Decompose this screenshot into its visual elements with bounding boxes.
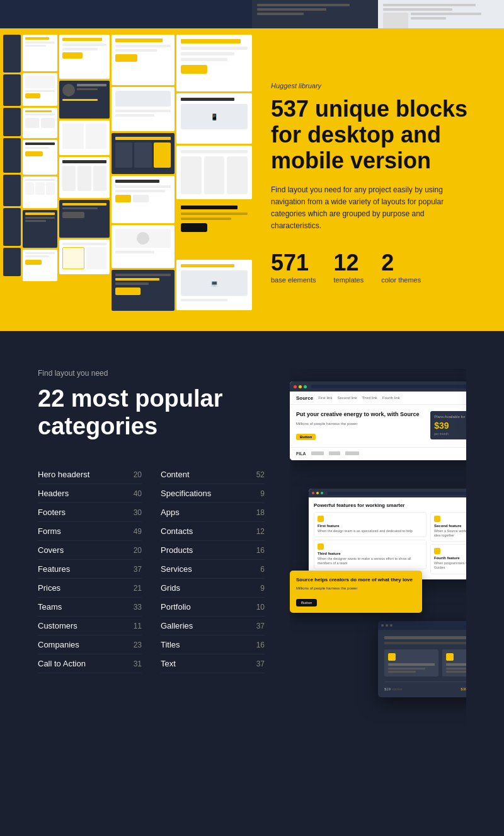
mock-bar bbox=[62, 44, 106, 46]
mock-text bbox=[77, 84, 106, 96]
mock-block bbox=[86, 124, 107, 149]
cat-forms[interactable]: Forms 49 bbox=[38, 522, 142, 541]
cat-portfolio[interactable]: Portfolio 10 bbox=[161, 598, 265, 617]
mock-block bbox=[93, 166, 106, 191]
dark-feat-card bbox=[384, 649, 438, 676]
mockup-strip: 📱 💻 bbox=[0, 28, 258, 331]
mock-bar bbox=[77, 88, 98, 90]
mock-block bbox=[227, 156, 248, 194]
cat-companies[interactable]: Companies 23 bbox=[38, 636, 142, 654]
cat-galleries[interactable]: Galleries 37 bbox=[161, 617, 265, 636]
cat-cta[interactable]: Call to Action 31 bbox=[38, 654, 142, 673]
mock-block bbox=[115, 142, 132, 168]
cat-features[interactable]: Features 37 bbox=[38, 560, 142, 579]
mock-block bbox=[204, 156, 225, 194]
mock-bar bbox=[62, 38, 102, 41]
mock-block bbox=[46, 182, 55, 195]
cat-services[interactable]: Services 6 bbox=[161, 560, 265, 579]
cat-specifications[interactable]: Specifications 9 bbox=[161, 484, 265, 503]
mock-bar bbox=[115, 137, 171, 140]
feature-icon bbox=[318, 543, 324, 550]
cat-headers[interactable]: Headers 40 bbox=[38, 484, 142, 503]
hero-cta-btn[interactable]: Button bbox=[296, 434, 316, 440]
mock-bar bbox=[25, 37, 49, 40]
feat-col-right: Second feature When a Source workshop me… bbox=[430, 512, 466, 574]
hero-section: 📱 💻 bbox=[0, 28, 504, 331]
mock-bar bbox=[115, 282, 149, 285]
cat-count: 49 bbox=[126, 527, 142, 536]
stat-num-templates: 12 bbox=[334, 250, 364, 276]
mock-block bbox=[86, 247, 107, 269]
mock-card bbox=[59, 81, 110, 119]
cat-name: Footers bbox=[38, 508, 126, 517]
feature-name: Fourth feature bbox=[434, 556, 466, 560]
cat-hero-headerst[interactable]: Hero headerst 20 bbox=[38, 465, 142, 484]
mock-card bbox=[59, 35, 110, 79]
price-label-1: $19 starter bbox=[384, 687, 458, 691]
mock-btn bbox=[181, 65, 207, 74]
cat-count: 16 bbox=[249, 546, 265, 555]
cat-text[interactable]: Text 37 bbox=[161, 654, 265, 673]
mock-card bbox=[23, 35, 57, 71]
mock-block bbox=[62, 247, 84, 269]
cat-footers[interactable]: Footers 30 bbox=[38, 503, 142, 522]
mock-img: 📱 bbox=[181, 104, 248, 129]
mock-row bbox=[62, 166, 106, 191]
mock-bar bbox=[25, 217, 55, 219]
cat-apps[interactable]: Apps 18 bbox=[161, 503, 265, 522]
mock-card bbox=[23, 250, 57, 281]
cat-covers[interactable]: Covers 20 bbox=[38, 541, 142, 560]
cat-name: Services bbox=[161, 564, 249, 574]
cat-titles[interactable]: Titles 16 bbox=[161, 636, 265, 654]
mock-bar bbox=[181, 58, 227, 61]
cat-name: Apps bbox=[161, 508, 249, 517]
mock-img: 💻 bbox=[181, 270, 248, 296]
yellow-card-text: Millions of people harness the power bbox=[296, 586, 416, 590]
cat-name: Content bbox=[161, 470, 249, 479]
mock-bar bbox=[25, 147, 49, 149]
mock-card bbox=[59, 240, 110, 274]
mock-bar bbox=[62, 99, 98, 101]
mock-btn bbox=[25, 260, 42, 265]
mock-bar bbox=[62, 203, 106, 206]
mock-bar bbox=[115, 180, 159, 183]
cat-name: Grids bbox=[161, 583, 249, 593]
snip-line-light-4 bbox=[411, 17, 446, 20]
site-hero: Put your creative energy to work, with S… bbox=[290, 405, 466, 447]
feature-name: First feature bbox=[318, 524, 423, 528]
mock-card bbox=[23, 108, 57, 138]
mock-icon: 📱 bbox=[210, 113, 218, 120]
mock-btn bbox=[25, 151, 43, 156]
feat-icon bbox=[388, 653, 396, 661]
dot bbox=[321, 492, 323, 494]
mock-card bbox=[3, 208, 21, 246]
cat-products[interactable]: Products 16 bbox=[161, 541, 265, 560]
cat-grids[interactable]: Grids 9 bbox=[161, 579, 265, 598]
cat-customers[interactable]: Customers 11 bbox=[38, 617, 142, 636]
categories-title: 22 most popular categories bbox=[38, 385, 265, 440]
snip-line-light-1 bbox=[383, 4, 476, 6]
mock-bar bbox=[115, 278, 159, 281]
cat-contacts[interactable]: Contacts 12 bbox=[161, 522, 265, 541]
mock-img bbox=[115, 229, 171, 248]
snip-line-light-3 bbox=[411, 13, 481, 15]
cat-content[interactable]: Content 52 bbox=[161, 465, 265, 484]
mock-bar bbox=[115, 114, 154, 117]
cat-teams[interactable]: Teams 33 bbox=[38, 598, 142, 617]
mock-card bbox=[59, 157, 110, 198]
mock-block bbox=[62, 166, 76, 191]
feat-line bbox=[388, 671, 416, 673]
hero-right: Plans Available for Every Team $39 per m… bbox=[430, 411, 466, 441]
cat-prices[interactable]: Prices 21 bbox=[38, 579, 142, 598]
mock-bar bbox=[25, 113, 55, 115]
cat-name: Features bbox=[38, 564, 126, 574]
mock-row bbox=[25, 118, 55, 128]
mock-bar bbox=[25, 42, 55, 44]
yellow-card-button[interactable]: Button bbox=[296, 599, 317, 607]
stat-num-elements: 571 bbox=[271, 250, 316, 276]
plan-card: Plans Available for Every Team $39 per m… bbox=[430, 411, 466, 439]
cat-count: 20 bbox=[126, 546, 142, 555]
dark-feat-card bbox=[442, 649, 467, 676]
mock-block bbox=[41, 118, 55, 128]
hero-sub: Millions of people harness the power bbox=[296, 422, 425, 426]
